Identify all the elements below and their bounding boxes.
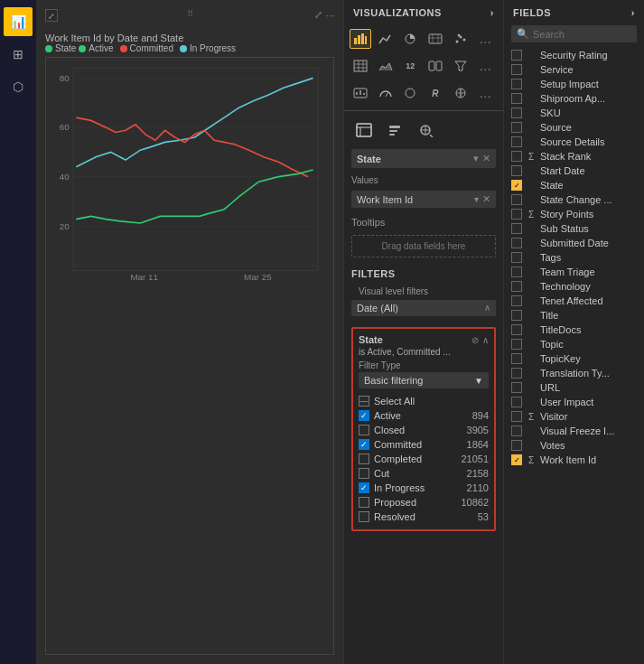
field-item-titledocs[interactable]: TitleDocs [511, 323, 637, 337]
filter-checkbox-inprogress[interactable]: ✓ [359, 482, 369, 493]
viz-icon-more3[interactable]: … [474, 83, 496, 103]
filter-item-closed[interactable]: Closed 3905 [359, 423, 489, 437]
filter-item-active[interactable]: ✓ Active 894 [359, 408, 489, 423]
field-checkbox-tags[interactable] [511, 252, 522, 263]
viz-icon-num[interactable]: 12 [399, 56, 421, 76]
field-item-url[interactable]: URL [511, 380, 637, 395]
field-checkbox-sku[interactable] [511, 108, 522, 118]
viz-icon-funnel[interactable] [450, 56, 471, 76]
field-checkbox-url[interactable] [511, 382, 522, 393]
viz-tool-analytics[interactable] [413, 118, 438, 142]
filter-checkbox-committed[interactable]: ✓ [359, 439, 369, 450]
field-item-story-points[interactable]: Σ Story Points [511, 207, 637, 221]
values-remove[interactable]: ✕ [482, 193, 490, 205]
filter-item-selectall[interactable]: — Select All [359, 394, 489, 408]
field-checkbox-title[interactable] [511, 310, 522, 321]
viz-tool-format[interactable] [382, 118, 407, 142]
fields-arrow[interactable]: › [631, 7, 635, 18]
state-filter-clear[interactable]: ⊘ [471, 335, 479, 345]
sidebar-icon-table[interactable]: ⊞ [4, 40, 33, 69]
filter-checkbox-cut[interactable] [359, 468, 369, 479]
filter-item-inprogress[interactable]: ✓ In Progress 2110 [359, 481, 489, 495]
field-item-votes[interactable]: Votes [511, 438, 637, 453]
field-checkbox-topickey[interactable] [511, 353, 522, 364]
field-checkbox-service[interactable] [511, 64, 522, 75]
viz-icon-shape[interactable] [399, 83, 421, 103]
viz-icon-more1[interactable]: … [474, 29, 496, 49]
chart-expand-icon[interactable]: ⤢ [314, 9, 322, 21]
fields-search-box[interactable]: 🔍 [511, 25, 637, 42]
field-checkbox-titledocs[interactable] [511, 324, 522, 335]
field-well-axis-header[interactable]: State ▾ ✕ [351, 149, 496, 168]
field-checkbox-stack-rank[interactable] [511, 151, 522, 162]
field-item-title[interactable]: Title [511, 308, 637, 323]
field-checkbox-story-points[interactable] [511, 209, 522, 220]
field-item-setup-impact[interactable]: Setup Impact [511, 77, 637, 91]
viz-icon-area[interactable] [375, 56, 397, 76]
field-item-topic[interactable]: Topic [511, 337, 637, 351]
field-checkbox-source[interactable] [511, 122, 522, 133]
field-item-sku[interactable]: SKU [511, 106, 637, 120]
viz-icon-bar[interactable] [350, 29, 371, 49]
state-filter-arrow[interactable]: ∧ [482, 335, 489, 345]
viz-icon-table[interactable] [350, 56, 371, 76]
filter-type-select[interactable]: Basic filtering ▼ [359, 372, 489, 388]
field-checkbox-state[interactable]: ✓ [511, 180, 522, 191]
filter-checkbox-proposed[interactable] [359, 497, 369, 508]
viz-icon-globe[interactable] [450, 83, 471, 103]
field-item-tags[interactable]: Tags [511, 250, 637, 265]
field-item-source-details[interactable]: Source Details [511, 135, 637, 149]
field-item-technology[interactable]: Technology [511, 279, 637, 294]
field-item-stack-rank[interactable]: Σ Stack Rank [511, 149, 637, 164]
fields-search-input[interactable] [533, 29, 644, 40]
field-checkbox-tenet-affected[interactable] [511, 295, 522, 306]
viz-icon-r[interactable]: R [425, 83, 446, 103]
filter-item-resolved[interactable]: Resolved 53 [359, 510, 489, 524]
axis-remove[interactable]: ✕ [482, 153, 490, 164]
field-item-user-impact[interactable]: User Impact [511, 395, 637, 409]
drag-zone[interactable]: Drag data fields here [351, 235, 496, 257]
filter-checkbox-selectall[interactable]: — [359, 396, 369, 407]
chart-resize-btn[interactable]: ⤢ [45, 9, 58, 22]
sidebar-icon-network[interactable]: ⬡ [4, 72, 33, 101]
field-item-visual-freeze[interactable]: Visual Freeze I... [511, 424, 637, 438]
viz-icon-map[interactable] [425, 29, 446, 49]
field-item-shiproom[interactable]: Shiproom Ap... [511, 91, 637, 106]
field-checkbox-sub-status[interactable] [511, 223, 522, 234]
viz-icon-line[interactable] [375, 29, 397, 49]
field-item-security-rating[interactable]: Security Rating [511, 48, 637, 62]
viz-icon-more2[interactable]: … [474, 56, 496, 76]
field-item-team-triage[interactable]: Team Triage [511, 265, 637, 279]
filter-checkbox-closed[interactable] [359, 425, 369, 435]
field-checkbox-source-details[interactable] [511, 136, 522, 147]
viz-icon-card[interactable] [425, 56, 446, 76]
field-checkbox-shiproom[interactable] [511, 93, 522, 104]
filter-item-completed[interactable]: Completed 21051 [359, 452, 489, 466]
field-item-topickey[interactable]: TopicKey [511, 351, 637, 366]
viz-icon-pie[interactable] [399, 29, 421, 49]
field-item-service[interactable]: Service [511, 62, 637, 77]
field-item-tenet-affected[interactable]: Tenet Affected [511, 294, 637, 308]
filter-item-cut[interactable]: Cut 2158 [359, 466, 489, 481]
field-checkbox-visitor[interactable] [511, 411, 522, 422]
field-item-state-change[interactable]: State Change ... [511, 192, 637, 207]
field-checkbox-start-date[interactable] [511, 165, 522, 176]
field-item-submitted-date[interactable]: Submitted Date [511, 236, 637, 250]
viz-icon-scatter[interactable] [450, 29, 471, 49]
resize-handle[interactable]: ⠿ [187, 9, 193, 19]
date-filter-chip[interactable]: Date (All) ∧ [351, 300, 496, 316]
field-checkbox-visual-freeze[interactable] [511, 426, 522, 436]
chart-more-icon[interactable]: ··· [326, 10, 334, 21]
viz-icon-kpi[interactable] [350, 83, 371, 103]
field-checkbox-submitted-date[interactable] [511, 238, 522, 248]
viz-tool-fields[interactable] [351, 118, 377, 142]
filter-checkbox-resolved[interactable] [359, 511, 369, 522]
filter-checkbox-active[interactable]: ✓ [359, 410, 369, 421]
field-checkbox-topic[interactable] [511, 339, 522, 350]
field-checkbox-work-item-id[interactable]: ✓ [511, 454, 522, 465]
field-checkbox-security-rating[interactable] [511, 50, 522, 61]
field-item-translation-ty[interactable]: Translation Ty... [511, 366, 637, 380]
filter-item-proposed[interactable]: Proposed 10862 [359, 495, 489, 510]
field-checkbox-translation-ty[interactable] [511, 368, 522, 379]
field-checkbox-setup-impact[interactable] [511, 79, 522, 89]
